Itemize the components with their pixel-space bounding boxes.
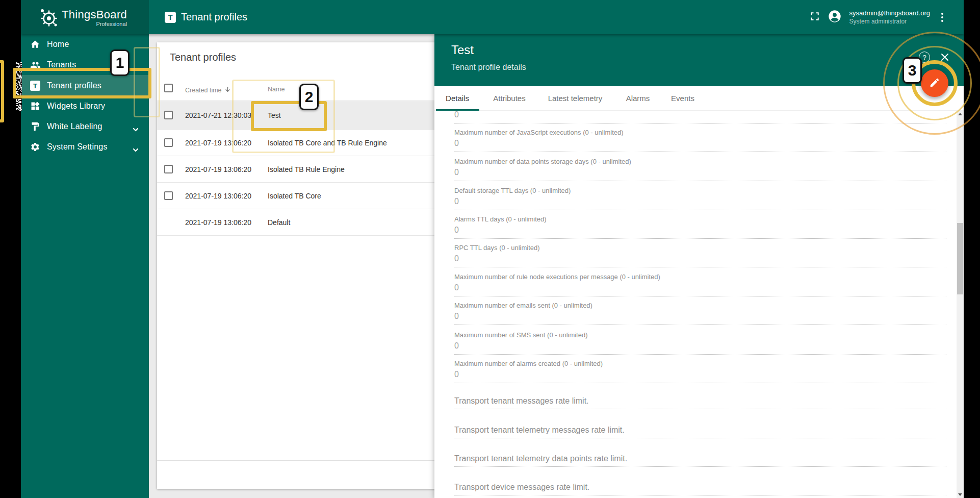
more-menu-button[interactable] bbox=[937, 9, 947, 26]
column-header-created-time[interactable]: Created time bbox=[185, 86, 231, 95]
detail-header: Test Tenant profile details ? bbox=[434, 34, 964, 86]
account-circle-icon bbox=[828, 9, 842, 25]
detail-form: 0 Maximum number of JavaScript execution… bbox=[434, 111, 957, 498]
field-transport-tenant-telemetry-datapoints-rate: Transport tenant telemetry data points r… bbox=[454, 454, 946, 467]
sidebar: Home Tenants T Tenant profiles Widgets L… bbox=[21, 34, 149, 498]
column-header-name[interactable]: Name bbox=[268, 86, 285, 93]
kebab-menu-icon bbox=[941, 13, 943, 22]
screenshot-root: ThingsBoard Professional T Tenant profil… bbox=[0, 0, 980, 498]
field-partial: 0 bbox=[454, 111, 946, 123]
field-transport-device-msg-rate: Transport device messages rate limit. bbox=[454, 483, 946, 495]
field-max-js-executions: Maximum number of JavaScript executions … bbox=[454, 129, 946, 152]
tenants-icon bbox=[30, 59, 41, 70]
chevron-down-icon bbox=[133, 145, 139, 154]
field-transport-tenant-telemetry-msg-rate: Transport tenant telemetry messages rate… bbox=[454, 426, 946, 438]
tenant-profile-details-panel: Test Tenant profile details ? Details At… bbox=[434, 34, 964, 498]
sidebar-item-home[interactable]: Home bbox=[21, 34, 149, 55]
detail-title: Test bbox=[451, 43, 474, 57]
page-title: Tenant profiles bbox=[181, 11, 247, 23]
field-max-alarms-created: Maximum number of alarms created (0 - un… bbox=[454, 360, 946, 383]
field-max-emails-sent: Maximum number of emails sent (0 - unlim… bbox=[454, 302, 946, 325]
select-all-checkbox[interactable] bbox=[164, 84, 173, 92]
row-checkbox[interactable] bbox=[164, 191, 173, 200]
thingsboard-logo-icon bbox=[37, 6, 60, 31]
sort-arrow-down-icon bbox=[224, 86, 231, 95]
logo-title: ThingsBoard bbox=[62, 8, 127, 21]
topbar: ThingsBoard Professional T Tenant profil… bbox=[21, 0, 964, 34]
edit-button[interactable] bbox=[921, 69, 948, 97]
paint-icon bbox=[30, 121, 41, 132]
table-title: Tenant profiles bbox=[170, 52, 236, 63]
detail-subtitle: Tenant profile details bbox=[451, 63, 526, 72]
scrollbar-up-arrow[interactable] bbox=[957, 111, 964, 118]
tab-attributes[interactable]: Attributes bbox=[493, 94, 525, 103]
detail-tabs: Details Attributes Latest telemetry Alar… bbox=[434, 86, 964, 111]
sidebar-item-white-labeling[interactable]: White Labeling bbox=[21, 116, 149, 137]
home-icon bbox=[30, 39, 41, 50]
field-max-datapoints-storage-days: Maximum number of data points storage da… bbox=[454, 158, 946, 181]
chevron-down-icon bbox=[133, 124, 139, 134]
breadcrumb: T Tenant profiles bbox=[165, 0, 247, 34]
field-rpc-ttl: RPC TTL days (0 - unlimited) 0 bbox=[454, 244, 946, 267]
row-checkbox[interactable] bbox=[164, 111, 173, 119]
user-role: System administrator bbox=[849, 17, 930, 26]
scrollbar-down-arrow[interactable] bbox=[957, 491, 964, 498]
user-info[interactable]: sysadmin@thingsboard.org System administ… bbox=[849, 9, 930, 26]
row-checkbox[interactable] bbox=[164, 138, 173, 147]
tenant-profiles-icon: T bbox=[30, 80, 41, 91]
right-black-bar bbox=[964, 0, 980, 498]
close-icon bbox=[940, 56, 949, 63]
row-checkbox[interactable] bbox=[164, 165, 173, 173]
field-alarms-ttl: Alarms TTL days (0 - unlimited) 0 bbox=[454, 215, 946, 239]
fullscreen-button[interactable] bbox=[806, 9, 823, 26]
close-button[interactable] bbox=[940, 53, 950, 63]
tab-details[interactable]: Details bbox=[446, 94, 469, 103]
pencil-icon bbox=[929, 77, 940, 90]
sidebar-item-tenant-profiles[interactable]: T Tenant profiles bbox=[21, 75, 149, 96]
app-logo[interactable]: ThingsBoard Professional bbox=[21, 0, 149, 34]
user-email: sysadmin@thingsboard.org bbox=[849, 9, 930, 17]
user-avatar[interactable] bbox=[827, 9, 843, 26]
tab-alarms[interactable]: Alarms bbox=[626, 94, 650, 103]
tab-events[interactable]: Events bbox=[671, 94, 694, 103]
gear-icon bbox=[30, 141, 41, 153]
field-default-storage-ttl: Default storage TTL days (0 - unlimited)… bbox=[454, 187, 946, 210]
help-button[interactable]: ? bbox=[919, 52, 930, 63]
sidebar-item-tenants[interactable]: Tenants bbox=[21, 55, 149, 75]
logo-subtitle: Professional bbox=[62, 21, 127, 27]
field-max-rule-node-executions: Maximum number of rule node executions p… bbox=[454, 273, 946, 296]
field-transport-tenant-msg-rate: Transport tenant messages rate limit. bbox=[454, 396, 946, 409]
tab-latest-telemetry[interactable]: Latest telemetry bbox=[548, 94, 603, 103]
sidebar-item-widgets-library[interactable]: Widgets Library bbox=[21, 96, 149, 116]
detail-scrollbar[interactable] bbox=[957, 111, 964, 498]
field-max-sms-sent: Maximum number of SMS sent (0 - unlimite… bbox=[454, 331, 946, 355]
question-mark-icon: ? bbox=[922, 54, 926, 61]
scrollbar-thumb[interactable] bbox=[957, 223, 963, 294]
fullscreen-icon bbox=[810, 11, 820, 23]
widgets-icon bbox=[30, 101, 41, 112]
left-black-bar bbox=[0, 0, 21, 498]
tenant-profiles-page-icon: T bbox=[165, 12, 176, 23]
sidebar-item-system-settings[interactable]: System Settings bbox=[21, 137, 149, 157]
